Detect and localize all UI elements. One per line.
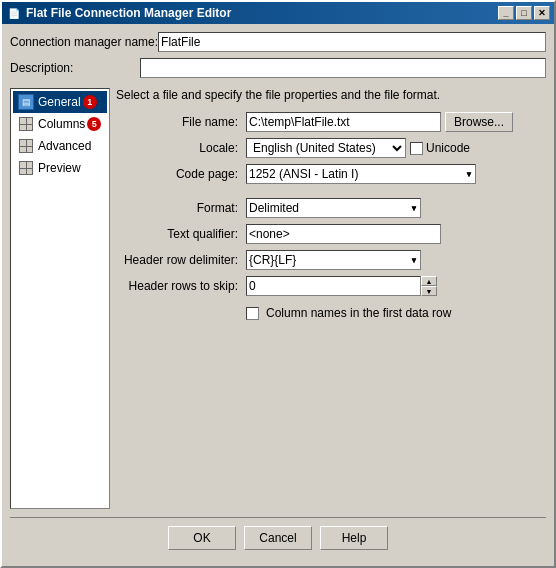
stepper-buttons: ▲ ▼ [421, 276, 437, 296]
sidebar-item-columns[interactable]: Columns 5 [13, 113, 107, 135]
description-input[interactable] [140, 58, 546, 78]
main-window: 📄 Flat File Connection Manager Editor _ … [0, 0, 556, 568]
code-page-label: Code page: [116, 167, 246, 181]
cancel-button[interactable]: Cancel [244, 526, 312, 550]
column-names-row: Column names in the first data row [246, 306, 546, 320]
sidebar-item-preview[interactable]: Preview [13, 157, 107, 179]
advanced-icon [17, 137, 35, 155]
description-row: Description: [10, 58, 546, 78]
sidebar-item-advanced-label: Advanced [38, 139, 91, 153]
format-label: Format: [116, 201, 246, 215]
locale-select-wrapper: English (United States) [246, 138, 406, 158]
title-bar-controls: _ □ ✕ [498, 6, 550, 20]
stepper-down-button[interactable]: ▼ [421, 286, 437, 296]
unicode-checkbox-wrapper: Unicode [410, 141, 470, 155]
columns-icon [17, 115, 35, 133]
header-row-delimiter-label: Header row delimiter: [116, 253, 246, 267]
maximize-button[interactable]: □ [516, 6, 532, 20]
sidebar-item-general-label: General [38, 95, 81, 109]
help-button[interactable]: Help [320, 526, 388, 550]
sidebar-item-columns-label: Columns [38, 117, 85, 131]
window-icon: 📄 [6, 5, 22, 21]
title-bar: 📄 Flat File Connection Manager Editor _ … [2, 2, 554, 24]
general-badge: 1 [83, 95, 97, 109]
format-select[interactable]: Delimited [246, 198, 421, 218]
browse-button[interactable]: Browse... [445, 112, 513, 132]
locale-select[interactable]: English (United States) [246, 138, 406, 158]
header-rows-to-skip-label: Header rows to skip: [116, 279, 246, 293]
format-select-wrapper: Delimited ▼ [246, 198, 421, 218]
description-label: Description: [10, 61, 140, 75]
connection-name-label: Connection manager name: [10, 35, 158, 49]
window-body: Connection manager name: Description: ▤ … [2, 24, 554, 566]
ok-button[interactable]: OK [168, 526, 236, 550]
right-panel: Select a file and specify the file prope… [116, 88, 546, 509]
close-button[interactable]: ✕ [534, 6, 550, 20]
header-rows-to-skip-stepper: ▲ ▼ [246, 276, 437, 296]
header-rows-to-skip-row: Header rows to skip: ▲ ▼ [116, 276, 546, 296]
file-name-row: File name: Browse... [116, 112, 546, 132]
panel-description: Select a file and specify the file prope… [116, 88, 546, 102]
window-title: Flat File Connection Manager Editor [26, 6, 231, 20]
connection-name-input[interactable] [158, 32, 546, 52]
text-qualifier-label: Text qualifier: [116, 227, 246, 241]
sidebar-item-general[interactable]: ▤ General 1 [13, 91, 107, 113]
column-names-label: Column names in the first data row [266, 306, 451, 320]
sidebar-item-preview-label: Preview [38, 161, 81, 175]
unicode-label: Unicode [426, 141, 470, 155]
header-rows-to-skip-input[interactable] [246, 276, 421, 296]
text-qualifier-input[interactable] [246, 224, 441, 244]
text-qualifier-row: Text qualifier: [116, 224, 546, 244]
locale-label: Locale: [116, 141, 246, 155]
preview-icon [17, 159, 35, 177]
unicode-checkbox[interactable] [410, 142, 423, 155]
general-icon: ▤ [17, 93, 35, 111]
connection-name-row: Connection manager name: [10, 32, 546, 52]
file-name-label: File name: [116, 115, 246, 129]
file-name-input[interactable] [246, 112, 441, 132]
sidebar-item-advanced[interactable]: Advanced [13, 135, 107, 157]
stepper-up-button[interactable]: ▲ [421, 276, 437, 286]
minimize-button[interactable]: _ [498, 6, 514, 20]
code-page-select[interactable]: 1252 (ANSI - Latin I) [246, 164, 476, 184]
header-row-delimiter-row: Header row delimiter: {CR}{LF} ▼ [116, 250, 546, 270]
code-page-select-wrapper: 1252 (ANSI - Latin I) ▼ [246, 164, 476, 184]
header-row-delimiter-select[interactable]: {CR}{LF} [246, 250, 421, 270]
code-page-row: Code page: 1252 (ANSI - Latin I) ▼ [116, 164, 546, 184]
column-names-checkbox[interactable] [246, 307, 259, 320]
locale-row: Locale: English (United States) Unicode [116, 138, 546, 158]
columns-badge: 5 [87, 117, 101, 131]
header-row-delimiter-select-wrapper: {CR}{LF} ▼ [246, 250, 421, 270]
main-content: ▤ General 1 Columns 5 [10, 88, 546, 509]
bottom-bar: OK Cancel Help [10, 517, 546, 558]
format-row: Format: Delimited ▼ [116, 198, 546, 218]
sidebar: ▤ General 1 Columns 5 [10, 88, 110, 509]
